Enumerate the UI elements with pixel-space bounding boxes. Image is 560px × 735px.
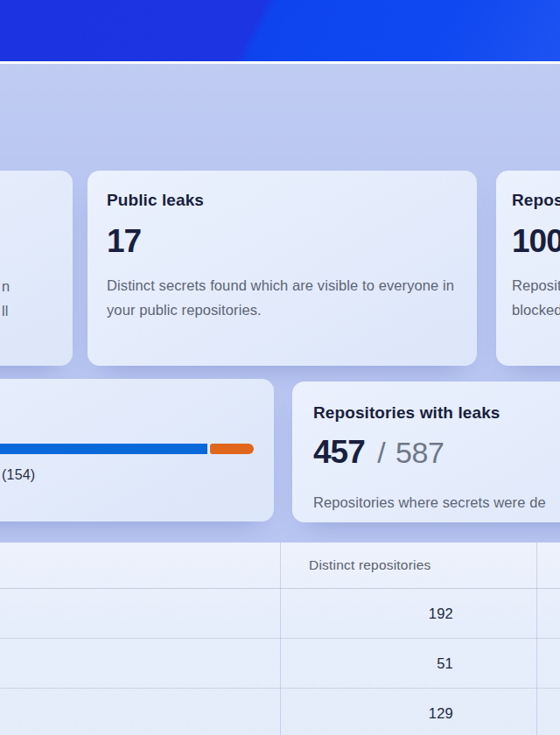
leaks-bar-blue-segment — [0, 444, 207, 454]
value-separator: / — [377, 436, 385, 469]
card-value: 100 — [512, 222, 560, 260]
table-cell-distinct-repositories: 129 — [280, 705, 453, 722]
card-description-line: blocked — [512, 302, 560, 318]
metric-card-left-partial: n ll — [0, 171, 73, 366]
card-title: Public leaks — [107, 190, 456, 210]
card-description: Repositories where secrets were de — [313, 490, 560, 514]
card-value-row: 457 / 587 — [313, 433, 560, 478]
column-header-distinct-repositories: Distinct repositories — [309, 557, 430, 573]
metric-card-progress-partial: (154) — [0, 379, 274, 522]
table-column-divider — [536, 542, 537, 735]
table-cell-distinct-repositories: 192 — [280, 606, 453, 622]
dashboard-page: n ll Public leaks 17 Distinct secrets fo… — [0, 0, 560, 735]
metric-card-right-partial: Repos 100 Reposit blocked — [496, 171, 560, 366]
card-description-line: Reposit — [512, 277, 560, 293]
card-title: Repos — [512, 190, 560, 210]
card-title: Repositories with leaks — [313, 402, 560, 423]
table-cell-distinct-repositories: 51 — [280, 655, 453, 672]
leaks-bar-orange-segment — [210, 444, 254, 454]
card-value: 457 — [313, 434, 365, 470]
card-description-fragment: ll — [2, 298, 8, 323]
card-value-total: 587 — [396, 436, 444, 469]
app-header-band — [0, 0, 560, 61]
metric-card-repositories-with-leaks: Repositories with leaks 457 / 587 Reposi… — [292, 382, 560, 522]
card-description-fragment: n — [2, 274, 10, 298]
card-description: Distinct secrets found which are visible… — [107, 273, 456, 322]
bar-count-label: (154) — [2, 465, 35, 486]
table-column-divider — [280, 542, 281, 735]
card-value: 17 — [107, 222, 456, 260]
header-divider — [0, 61, 560, 64]
metric-card-public-leaks: Public leaks 17 Distinct secrets found w… — [88, 171, 477, 366]
metrics-table: Distinct repositories 192 51 129 — [0, 542, 560, 735]
